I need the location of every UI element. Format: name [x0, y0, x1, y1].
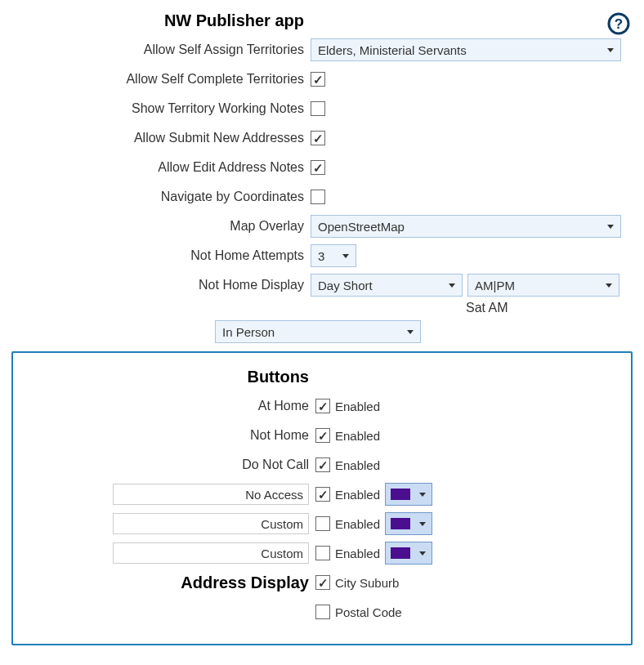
help-icon[interactable]: ?: [606, 11, 631, 36]
button-color-swatch-4: [391, 518, 410, 529]
postal-code-checkbox[interactable]: [315, 605, 330, 619]
not-home-attempts-label: Not Home Attempts: [8, 248, 311, 263]
button-label-0: At Home: [13, 399, 315, 413]
address-display-title: Address Display: [13, 574, 315, 592]
allow-self-assign-territories-label: Allow Self Assign Territories: [8, 42, 311, 57]
navigate-by-coordinates-checkbox[interactable]: [311, 190, 325, 204]
button-color-picker-3[interactable]: [385, 483, 432, 506]
navigate-by-coordinates-label: Navigate by Coordinates: [8, 190, 311, 204]
contact-method-value: In Person: [222, 325, 275, 339]
allow-submit-new-addresses-checkbox[interactable]: [311, 131, 325, 145]
svg-text:?: ?: [615, 16, 623, 32]
button-color-swatch-3: [391, 489, 410, 500]
button-enabled-label-0: Enabled: [335, 399, 380, 413]
button-enabled-label-3: Enabled: [335, 488, 380, 502]
button-enabled-checkbox-1[interactable]: [315, 428, 330, 443]
button-enabled-checkbox-2[interactable]: [315, 457, 330, 472]
allow-edit-address-notes-checkbox[interactable]: [311, 160, 325, 175]
not-home-display-example: Sat AM: [8, 301, 636, 315]
map-overlay-value: OpenStreetMap: [318, 220, 405, 234]
button-label-input-5[interactable]: [113, 542, 309, 564]
not-home-display-label: Not Home Display: [8, 278, 311, 292]
city-suburb-label: City Suburb: [335, 576, 399, 590]
not-home-attempts-select[interactable]: 3: [311, 244, 356, 267]
button-enabled-checkbox-0[interactable]: [315, 399, 330, 413]
button-enabled-checkbox-5[interactable]: [315, 546, 330, 560]
button-enabled-checkbox-3[interactable]: [315, 487, 330, 502]
not-home-display-time-select[interactable]: AM|PM: [467, 274, 619, 297]
buttons-title: Buttons: [13, 368, 315, 386]
allow-submit-new-addresses-label: Allow Submit New Addresses: [8, 131, 311, 145]
button-enabled-label-2: Enabled: [335, 458, 380, 472]
button-color-swatch-5: [391, 547, 410, 559]
allow-self-assign-territories-select[interactable]: Elders, Ministerial Servants: [311, 38, 621, 61]
allow-self-complete-territories-label: Allow Self Complete Territories: [8, 72, 311, 87]
allow-edit-address-notes-label: Allow Edit Address Notes: [8, 160, 311, 175]
button-enabled-checkbox-4[interactable]: [315, 516, 330, 531]
show-territory-working-notes-checkbox[interactable]: [311, 101, 325, 116]
button-enabled-label-4: Enabled: [335, 517, 380, 531]
buttons-panel: Buttons At HomeEnabledNot HomeEnabledDo …: [11, 351, 633, 645]
postal-code-label: Postal Code: [335, 605, 402, 619]
button-enabled-label-1: Enabled: [335, 429, 380, 443]
show-territory-working-notes-label: Show Territory Working Notes: [8, 101, 311, 116]
allow-self-complete-territories-checkbox[interactable]: [311, 72, 325, 87]
button-label-2: Do Not Call: [13, 457, 315, 472]
map-overlay-label: Map Overlay: [8, 219, 311, 234]
map-overlay-select[interactable]: OpenStreetMap: [311, 215, 621, 238]
button-enabled-label-5: Enabled: [335, 547, 380, 560]
page-title: NW Publisher app: [8, 11, 311, 30]
button-label-1: Not Home: [13, 428, 315, 443]
allow-self-assign-territories-value: Elders, Ministerial Servants: [318, 43, 467, 57]
button-color-picker-5[interactable]: [385, 542, 432, 565]
not-home-display-day-select[interactable]: Day Short: [311, 274, 463, 297]
not-home-display-day-value: Day Short: [318, 279, 373, 292]
button-color-picker-4[interactable]: [385, 512, 432, 535]
contact-method-select[interactable]: In Person: [215, 320, 421, 343]
not-home-display-time-value: AM|PM: [475, 279, 515, 292]
city-suburb-checkbox[interactable]: [315, 575, 330, 590]
button-label-input-4[interactable]: [113, 513, 309, 534]
button-label-input-3[interactable]: [113, 484, 309, 505]
not-home-attempts-value: 3: [318, 249, 324, 263]
